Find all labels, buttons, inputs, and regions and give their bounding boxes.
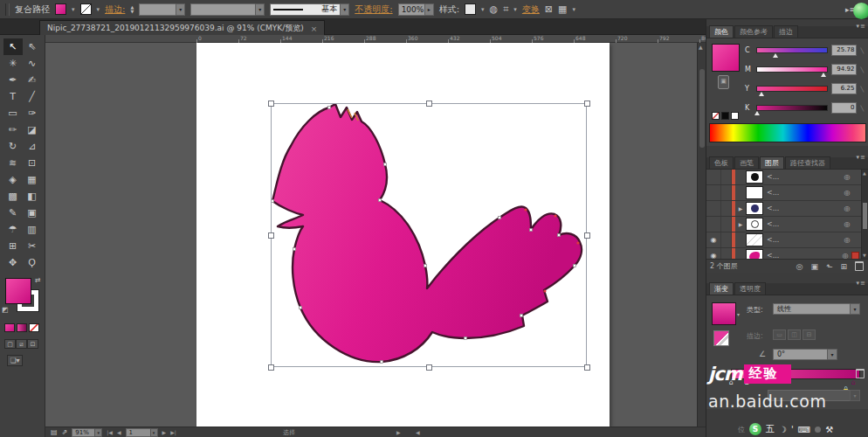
stroke-weight-select[interactable]: ▾ [139, 3, 185, 16]
visibility-eye-icon[interactable]: ◉ [706, 232, 721, 247]
rectangle-tool[interactable]: ▭ [3, 105, 23, 121]
style-swatch[interactable] [465, 3, 476, 15]
locate-object-icon[interactable]: ◎ [796, 262, 803, 271]
type-tool[interactable]: T [3, 88, 23, 105]
last-artboard-button[interactable]: ▶| [170, 429, 176, 435]
curvature-tool[interactable]: ✍ [23, 72, 42, 88]
layer-thumbnail[interactable] [746, 202, 763, 215]
moon-icon[interactable]: ☽ [779, 425, 787, 434]
document-tab[interactable]: Nipic_27738721_20190121132959976039.ai @… [39, 20, 325, 36]
delete-layer-icon[interactable] [855, 261, 864, 271]
vertical-scrollbar[interactable]: ▲ [697, 43, 706, 427]
channel-slider[interactable] [756, 86, 829, 92]
line-segment-tool[interactable]: ╱ [23, 88, 42, 105]
panel-tab[interactable]: 透明度 [734, 282, 766, 295]
new-layer-icon[interactable]: ⊞ [840, 262, 847, 271]
target-circle-icon[interactable]: ◎ [841, 236, 853, 244]
slice-tool[interactable]: ✂ [23, 238, 42, 254]
default-fill-stroke-icon[interactable]: ◩ [2, 306, 9, 314]
channel-slider[interactable] [756, 105, 829, 111]
lock-cell[interactable] [721, 170, 732, 184]
none-swatch[interactable] [712, 112, 720, 120]
gradient-tool[interactable]: ◧ [23, 188, 42, 205]
layer-thumbnail[interactable] [746, 233, 763, 246]
chevron-down-icon[interactable]: ▾ [97, 6, 100, 13]
fill-color-swatch[interactable] [55, 3, 66, 15]
draw-inside-button[interactable]: ⊡ [27, 339, 38, 349]
gradient-type-select[interactable]: 线性▾ [773, 303, 860, 315]
selection-handle[interactable] [584, 364, 590, 371]
slider-knob[interactable] [759, 92, 764, 96]
hand-tool[interactable]: ✥ [3, 254, 23, 271]
layer-label[interactable]: <... [767, 173, 841, 181]
layer-label[interactable]: <... [767, 205, 841, 212]
selection-handle[interactable] [426, 101, 432, 107]
lock-cell[interactable] [721, 185, 732, 200]
symbol-sprayer-tool[interactable]: ☂ [3, 221, 23, 238]
screen-mode-button[interactable]: ❏▾ [7, 355, 23, 366]
pencil-tool[interactable]: ✏ [3, 121, 23, 138]
fill-proxy[interactable] [5, 278, 31, 304]
selection-handle[interactable] [268, 101, 274, 107]
selection-handle[interactable] [584, 232, 590, 239]
document-setup-icon[interactable]: ⌗ [503, 3, 508, 15]
panel-menu-icon[interactable]: ▾≡ [857, 280, 866, 287]
stroke-weight-stepper[interactable]: ▲▼ [130, 5, 134, 14]
chevron-down-icon[interactable]: ▾ [481, 6, 485, 13]
perspective-grid-tool[interactable]: ▦ [23, 171, 42, 188]
panel-menu-icon[interactable]: ▾≡ [857, 23, 866, 30]
eraser-tool[interactable]: ◪ [23, 121, 42, 138]
target-circle-icon[interactable]: ◎ [841, 220, 853, 228]
layer-thumbnail[interactable] [746, 218, 763, 231]
stroke-color-swatch[interactable] [80, 3, 92, 15]
stroke-along-button[interactable]: ◫ [788, 329, 801, 340]
opacity-link[interactable]: 不透明度: [355, 3, 392, 16]
paint-none-button[interactable] [29, 323, 39, 332]
width-tool[interactable]: ≋ [3, 155, 23, 171]
selection-handle[interactable] [268, 364, 274, 371]
close-icon[interactable]: × [311, 24, 318, 33]
brush-definition-select[interactable]: 基本▾ [270, 3, 349, 16]
black-swatch[interactable] [721, 112, 729, 120]
channel-slider[interactable] [756, 66, 829, 73]
paint-color-button[interactable] [4, 323, 15, 332]
draw-normal-button[interactable]: ▢ [4, 339, 16, 349]
channel-value[interactable]: 0 [831, 102, 857, 114]
scroll-up-arrow[interactable]: ▲ [863, 170, 866, 176]
chevron-down-icon[interactable]: ▾ [737, 311, 740, 317]
export-icon[interactable]: ⇗ [62, 428, 68, 436]
selection-handle[interactable] [426, 364, 432, 371]
page-icon[interactable]: ▤ [51, 428, 58, 436]
scroll-down-arrow[interactable]: ▼ [863, 253, 866, 258]
current-color-swatch[interactable] [712, 44, 740, 72]
artboard-tool[interactable]: ⊞ [3, 238, 23, 254]
layer-thumbnail[interactable] [746, 170, 763, 184]
bird-artwork[interactable] [271, 103, 587, 367]
panel-tab[interactable]: 颜色参考 [734, 25, 773, 38]
target-circle-icon[interactable]: ◎ [841, 189, 853, 197]
visibility-eye-icon[interactable] [706, 217, 721, 232]
fill-stroke-mini-proxy[interactable]: ▣ [718, 75, 729, 89]
make-mask-icon[interactable]: ▣ [810, 262, 818, 271]
lock-cell[interactable] [721, 232, 732, 247]
arrange-icon[interactable]: ▦ [558, 3, 567, 15]
channel-value[interactable]: 6.25 [831, 83, 857, 94]
ime-floating-ball[interactable] [853, 3, 868, 19]
stroke-within-button[interactable]: ▭ [773, 329, 786, 340]
first-artboard-button[interactable]: |◀ [107, 429, 113, 435]
panel-tab[interactable]: 画笔 [734, 156, 759, 169]
wrench-icon[interactable]: ⚒ [825, 425, 833, 434]
punctuation-icon[interactable]: ' [791, 425, 794, 434]
panel-tab[interactable]: 路径查找器 [785, 156, 830, 169]
zoom-tool[interactable]: Ϙ [23, 254, 42, 271]
gradient-angle-select[interactable]: 0°▾ [773, 349, 837, 360]
layer-label[interactable]: <... [767, 220, 841, 228]
slider-knob[interactable] [821, 73, 826, 77]
layer-row[interactable]: ▶<...◎ [706, 217, 868, 232]
layer-row[interactable]: ▶<...◎ [706, 201, 868, 217]
align-icon[interactable]: ⊠ [545, 3, 553, 15]
lock-cell[interactable] [721, 201, 732, 216]
layer-row[interactable]: <...◎ [706, 185, 868, 201]
scroll-right-arrow[interactable]: ▶ [396, 429, 401, 435]
chevron-down-icon[interactable]: ▾ [513, 6, 517, 13]
